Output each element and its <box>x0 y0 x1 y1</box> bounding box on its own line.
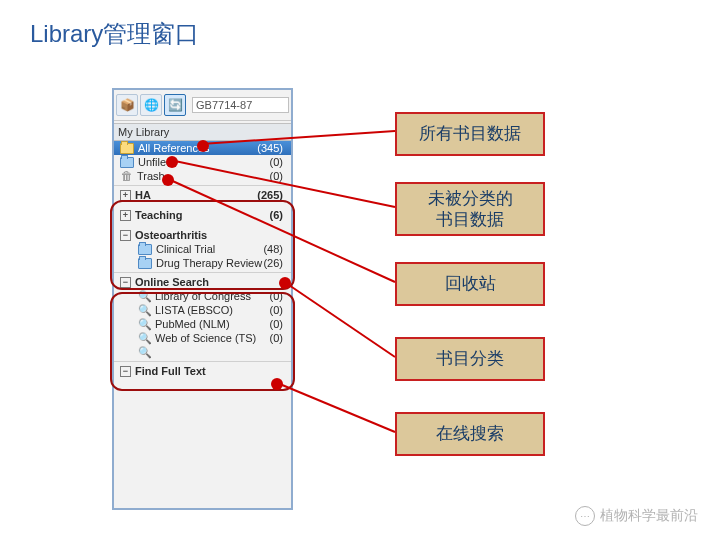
callout-online-search: 在线搜索 <box>395 412 545 456</box>
row-label: LISTA (EBSCO) <box>155 304 233 316</box>
row-count: (0) <box>270 170 287 182</box>
box-icon[interactable]: 📦 <box>116 94 138 116</box>
subgroup-drug-therapy[interactable]: Drug Therapy Review (26) <box>114 256 291 270</box>
collapse-icon[interactable]: − <box>120 366 131 377</box>
subgroup-clinical-trial[interactable]: Clinical Trial (48) <box>114 242 291 256</box>
row-label: Library of Congress <box>155 290 251 302</box>
annotation-dot-unfiled <box>166 156 178 168</box>
row-count: (0) <box>270 304 287 316</box>
row-count: (0) <box>270 290 287 302</box>
online-item-more[interactable]: 🔍 <box>114 345 291 359</box>
library-header: My Library <box>114 123 291 141</box>
panel-toolbar: 📦 🌐 🔄 GB7714-87 <box>114 90 291 121</box>
row-label: Drug Therapy Review <box>156 257 262 269</box>
online-search-group[interactable]: − Online Search <box>114 275 291 289</box>
globe-icon[interactable]: 🌐 <box>140 94 162 116</box>
annotation-connectors <box>0 0 720 540</box>
row-label: Clinical Trial <box>156 243 215 255</box>
expand-icon[interactable]: + <box>120 190 131 201</box>
expand-icon[interactable]: + <box>120 210 131 221</box>
callout-unfiled: 未被分类的 书目数据 <box>395 182 545 236</box>
separator <box>114 185 291 186</box>
row-label: Osteoarthritis <box>135 229 207 241</box>
row-count: (26) <box>263 257 287 269</box>
row-count: (0) <box>270 318 287 330</box>
row-label: PubMed (NLM) <box>155 318 230 330</box>
callout-all-references: 所有书目数据 <box>395 112 545 156</box>
row-label <box>155 346 158 358</box>
wechat-icon: ⋯ <box>575 506 595 526</box>
row-label: Web of Science (TS) <box>155 332 256 344</box>
find-full-text-group[interactable]: − Find Full Text <box>114 364 291 378</box>
unfiled-row[interactable]: Unfiled (0) <box>114 155 291 169</box>
folder-icon <box>138 258 152 269</box>
page-title: Library管理窗口 <box>30 18 199 50</box>
row-label: Online Search <box>135 276 209 288</box>
row-count: (265) <box>257 189 287 201</box>
search-icon: 🔍 <box>138 304 151 316</box>
annotation-dot-allref <box>197 140 209 152</box>
group-ha[interactable]: + HA (265) <box>114 188 291 202</box>
group-osteoarthritis[interactable]: − Osteoarthritis <box>114 228 291 242</box>
citation-style-select[interactable]: GB7714-87 <box>192 97 289 113</box>
online-item[interactable]: 🔍 Web of Science (TS) (0) <box>114 331 291 345</box>
row-label: Find Full Text <box>135 365 206 377</box>
separator <box>114 272 291 273</box>
watermark: ⋯ 植物科学最前沿 <box>575 506 698 526</box>
search-icon: 🔍 <box>138 290 151 302</box>
sync-icon[interactable]: 🔄 <box>164 94 186 116</box>
folder-icon <box>120 157 134 168</box>
group-teaching[interactable]: + Teaching (6) <box>114 208 291 222</box>
separator <box>114 361 291 362</box>
row-count: (345) <box>257 142 287 154</box>
row-count: (0) <box>270 332 287 344</box>
callout-trash: 回收站 <box>395 262 545 306</box>
online-item[interactable]: 🔍 LISTA (EBSCO) (0) <box>114 303 291 317</box>
search-icon: 🔍 <box>138 332 151 344</box>
row-count: (6) <box>270 209 287 221</box>
svg-line-3 <box>283 281 395 357</box>
search-icon: 🔍 <box>138 346 151 358</box>
watermark-text: 植物科学最前沿 <box>600 507 698 525</box>
annotation-dot-online <box>271 378 283 390</box>
online-item[interactable]: 🔍 Library of Congress (0) <box>114 289 291 303</box>
row-label: Teaching <box>135 209 182 221</box>
annotation-dot-trash <box>162 174 174 186</box>
row-label: HA <box>135 189 151 201</box>
search-icon: 🔍 <box>138 318 151 330</box>
folder-icon <box>138 244 152 255</box>
collapse-icon[interactable]: − <box>120 230 131 241</box>
folder-icon <box>120 143 134 154</box>
row-count: (48) <box>263 243 287 255</box>
row-count: (0) <box>270 156 287 168</box>
row-label: Trash <box>137 170 165 182</box>
library-panel: 📦 🌐 🔄 GB7714-87 My Library All Reference… <box>112 88 293 510</box>
svg-line-4 <box>275 382 395 432</box>
online-item[interactable]: 🔍 PubMed (NLM) (0) <box>114 317 291 331</box>
collapse-icon[interactable]: − <box>120 277 131 288</box>
trash-icon: 🗑 <box>120 170 133 182</box>
trash-row[interactable]: 🗑 Trash (0) <box>114 169 291 183</box>
annotation-dot-groups <box>279 277 291 289</box>
callout-groups: 书目分类 <box>395 337 545 381</box>
